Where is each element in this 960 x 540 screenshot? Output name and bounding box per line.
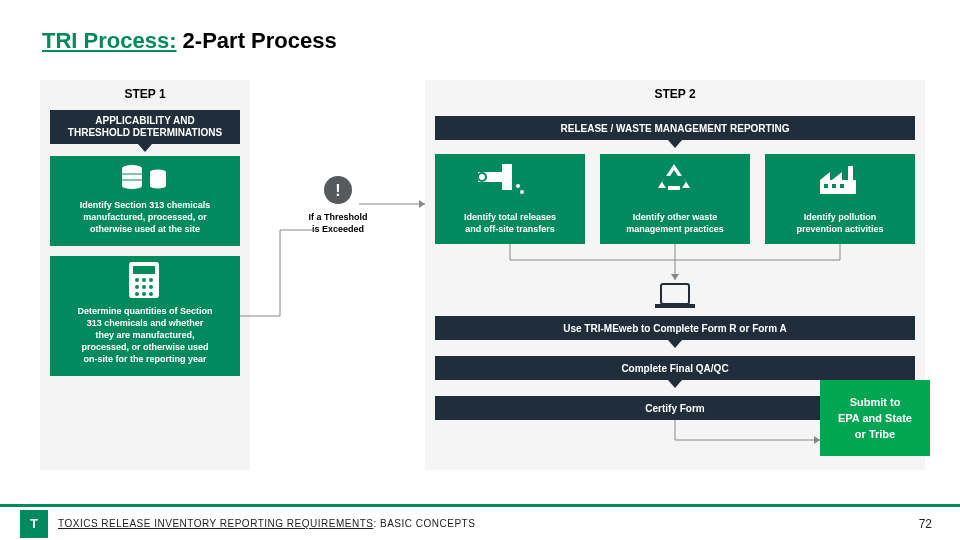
svg-point-27 [479,174,485,180]
s2a-l1: Identify total releases [464,212,556,222]
bar-certify-text: Certify Form [645,403,705,414]
footer: T TOXICS RELEASE INVENTORY REPORTING REQ… [0,504,960,540]
svg-point-28 [516,184,520,188]
step1-banner-l2: THRESHOLD DETERMINATIONS [68,127,223,138]
footer-logo: T [20,510,48,538]
s1b-l3: they are manufactured, [95,330,194,340]
s1a-l2: manufactured, processed, or [83,212,207,222]
s2c-l1: Identify pollution [804,212,877,222]
step2-banner-text: RELEASE / WASTE MANAGEMENT REPORTING [561,123,790,134]
svg-point-13 [135,285,139,289]
bar-form-text: Use TRI-MEweb to Complete Form R or Form… [563,323,787,334]
svg-rect-34 [848,166,853,180]
svg-point-14 [142,285,146,289]
step2-label: STEP 2 [654,87,695,101]
svg-point-18 [149,292,153,296]
svg-marker-23 [419,200,425,208]
svg-point-15 [149,285,153,289]
svg-rect-35 [824,184,828,188]
step1-label: STEP 1 [124,87,165,101]
footer-text: TOXICS RELEASE INVENTORY REPORTING REQUI… [58,518,475,529]
s1a-l1: Identify Section 313 chemicals [80,200,211,210]
svg-point-29 [520,190,524,194]
process-diagram: STEP 1 STEP 2 APPLICABILITY AND THRESHOL… [20,80,940,480]
svg-rect-30 [668,186,680,190]
bar-qa-text: Complete Final QA/QC [621,363,728,374]
s1a-l3: otherwise used at the site [90,224,200,234]
s1b-l5: on-site for the reporting year [83,354,207,364]
s2a-l2: and off-site transfers [465,224,555,234]
submit-l3: or Tribe [855,428,895,440]
slide-title: TRI Process: 2-Part Process [42,28,337,54]
svg-point-7 [150,184,166,189]
svg-rect-25 [502,164,512,190]
title-prefix: TRI Process: [42,28,177,53]
note-l1: If a Threshold [308,212,367,222]
submit-l1: Submit to [850,396,901,408]
calculator-icon [129,262,159,298]
title-suffix: 2-Part Process [177,28,337,53]
s1b-l2: 313 chemicals and whether [87,318,204,328]
step1-banner-l1: APPLICABILITY AND [95,115,194,126]
svg-point-11 [142,278,146,282]
s2b-l2: management practices [626,224,724,234]
svg-point-10 [135,278,139,282]
s1b-l4: processed, or otherwise used [81,342,208,352]
svg-text:!: ! [335,182,340,199]
footer-text-b: : BASIC CONCEPTS [373,518,475,529]
s2c-l2: prevention activities [796,224,883,234]
svg-point-17 [142,292,146,296]
s2b-l1: Identify other waste [633,212,718,222]
note-l2: is Exceeded [312,224,364,234]
submit-l2: EPA and State [838,412,912,424]
svg-point-16 [135,292,139,296]
svg-rect-36 [832,184,836,188]
svg-rect-9 [133,266,155,274]
s1b-l1: Determine quantities of Section [77,306,212,316]
svg-point-12 [149,278,153,282]
footer-text-a: TOXICS RELEASE INVENTORY REPORTING REQUI… [58,518,373,529]
svg-rect-45 [655,304,695,308]
page-number: 72 [919,517,932,531]
svg-rect-37 [840,184,844,188]
svg-point-2 [122,183,142,189]
